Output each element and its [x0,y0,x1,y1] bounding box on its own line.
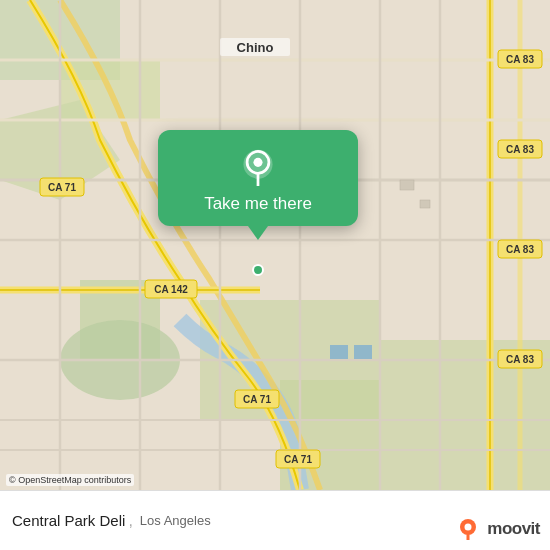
bottom-bar: Central Park Deli , Los Angeles moovit [0,490,550,550]
svg-rect-50 [420,200,430,208]
svg-text:CA 83: CA 83 [506,244,534,255]
osm-attribution: © OpenStreetMap contributors [6,474,134,486]
location-city: Los Angeles [140,513,211,528]
take-me-there-button[interactable]: Take me there [204,194,312,214]
svg-point-51 [253,265,263,275]
svg-text:CA 83: CA 83 [506,144,534,155]
moovit-label: moovit [487,519,540,539]
svg-text:CA 71: CA 71 [243,394,271,405]
svg-text:CA 83: CA 83 [506,54,534,65]
moovit-logo: moovit [457,518,540,540]
svg-text:CA 71: CA 71 [48,182,76,193]
svg-point-54 [253,158,262,167]
svg-text:Chino: Chino [237,40,274,55]
svg-rect-45 [330,345,348,359]
svg-text:CA 142: CA 142 [154,284,188,295]
svg-rect-46 [354,345,372,359]
location-pin-icon [238,146,278,186]
moovit-pin-icon [457,518,479,540]
map-container: Chino CA 71 CA 71 CA 71 CA 142 CA 83 CA … [0,0,550,490]
svg-text:CA 71: CA 71 [284,454,312,465]
svg-rect-49 [400,180,414,190]
location-name: Central Park Deli [12,512,125,529]
svg-text:CA 83: CA 83 [506,354,534,365]
popup-card[interactable]: Take me there [158,130,358,226]
svg-point-56 [465,524,472,531]
